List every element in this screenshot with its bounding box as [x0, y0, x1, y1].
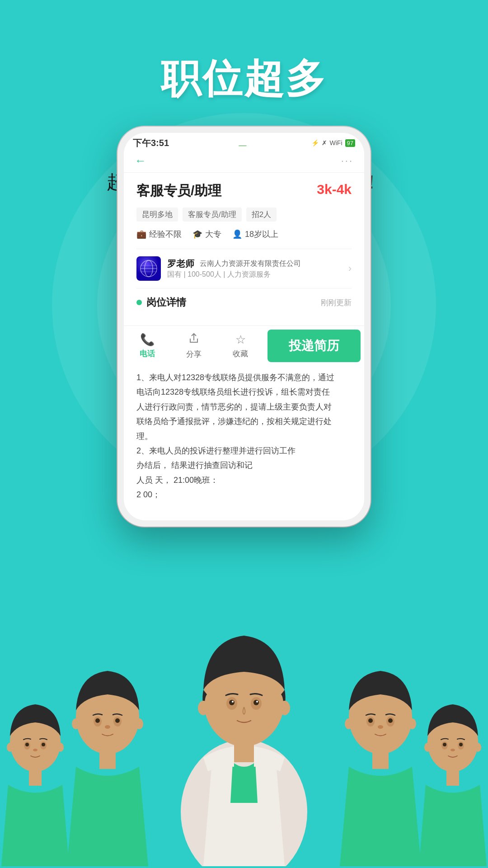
- action-bar: 📞 电话 分享 ☆ 收藏: [124, 326, 364, 366]
- job-title: 客服专员/助理: [136, 182, 221, 200]
- favorite-label: 收藏: [233, 349, 248, 359]
- svg-point-29: [368, 718, 373, 723]
- svg-point-31: [378, 725, 383, 729]
- app-nav-bar: ← ···: [124, 149, 364, 173]
- company-info-row[interactable]: 罗老师 云南人力资源开发有限责任公司 国有 | 100-500人 | 人力资源服…: [136, 249, 352, 288]
- share-icon: [188, 332, 200, 347]
- star-icon: ☆: [235, 333, 246, 347]
- svg-rect-25: [99, 751, 116, 769]
- job-salary: 3k-4k: [317, 182, 352, 197]
- main-title: 职位超多: [0, 52, 488, 106]
- job-description: 1、来电人对12328专线联络员提供服务不满意的，通过 电话向12328专线联络…: [124, 366, 364, 507]
- position-label: 岗位详情: [136, 296, 186, 309]
- recruiter-avatar: [136, 256, 161, 281]
- svg-rect-34: [372, 751, 389, 769]
- tag-location: 昆明多地: [136, 208, 178, 222]
- company-left: 罗老师 云南人力资源开发有限责任公司 国有 | 100-500人 | 人力资源服…: [136, 256, 301, 281]
- company-name: 云南人力资源开发有限责任公司: [200, 259, 301, 269]
- submit-resume-button[interactable]: 投递简历: [267, 330, 361, 362]
- svg-rect-16: [234, 740, 254, 762]
- job-requirements: 💼 经验不限 🎓 大专 👤 18岁以上: [136, 229, 352, 240]
- tag-headcount: 招2人: [246, 208, 277, 222]
- svg-point-33: [408, 718, 416, 729]
- svg-point-30: [388, 718, 393, 723]
- person-left1: [49, 595, 166, 868]
- update-time: 刚刚更新: [321, 297, 352, 308]
- phone-notch: [208, 133, 280, 146]
- status-time: 下午3:51: [133, 137, 169, 149]
- more-button[interactable]: ···: [341, 155, 353, 167]
- svg-point-47: [443, 743, 446, 746]
- phone-mockup: 下午3:51 ↓ ··· ⚡ ✗ WiFi 97: [117, 127, 371, 527]
- person-center: [158, 541, 330, 868]
- tag-position: 客服专员/助理: [183, 208, 242, 222]
- share-label: 分享: [186, 349, 202, 359]
- company-details: 罗老师 云南人力资源开发有限责任公司 国有 | 100-500人 | 人力资源服…: [167, 258, 301, 279]
- job-tags: 昆明多地 客服专员/助理 招2人: [136, 208, 352, 222]
- svg-point-21: [115, 718, 120, 723]
- svg-point-32: [345, 718, 353, 729]
- battery-indicator: 97: [345, 139, 355, 147]
- green-dot-icon: [136, 300, 142, 305]
- svg-point-38: [25, 743, 29, 746]
- phone-label: 电话: [140, 349, 155, 359]
- svg-point-15: [279, 701, 290, 715]
- phone-button[interactable]: 📞 电话: [124, 326, 170, 366]
- svg-rect-43: [29, 769, 42, 786]
- svg-rect-52: [446, 769, 459, 786]
- svg-point-51: [475, 743, 481, 752]
- recruiter-name: 罗老师: [167, 258, 194, 270]
- svg-point-14: [198, 701, 209, 715]
- svg-point-10: [229, 700, 235, 705]
- req-education: 🎓 大专: [192, 229, 221, 240]
- svg-point-22: [105, 725, 110, 729]
- position-section: 岗位详情 刚刚更新: [136, 288, 352, 316]
- svg-point-41: [7, 743, 13, 752]
- svg-point-12: [232, 701, 234, 703]
- phone-icon: 📞: [140, 333, 155, 347]
- people-section: [0, 506, 488, 868]
- phone-fade-overlay: [124, 507, 364, 520]
- back-button[interactable]: ←: [135, 154, 146, 168]
- svg-point-48: [459, 743, 463, 746]
- favorite-button[interactable]: ☆ 收藏: [217, 326, 263, 366]
- svg-point-23: [72, 718, 80, 729]
- arrow-right-icon: ›: [348, 263, 352, 274]
- job-header: 客服专员/助理 3k-4k: [136, 182, 352, 200]
- svg-point-49: [450, 749, 455, 751]
- company-meta: 国有 | 100-500人 | 人力资源服务: [167, 270, 301, 279]
- svg-point-11: [253, 700, 259, 705]
- svg-point-20: [95, 718, 100, 723]
- req-experience: 💼 经验不限: [136, 229, 182, 240]
- share-button[interactable]: 分享: [170, 326, 217, 366]
- svg-point-13: [256, 701, 258, 703]
- person-right1: [322, 595, 439, 868]
- svg-point-24: [135, 718, 143, 729]
- status-icons: ⚡ ✗ WiFi 97: [311, 139, 355, 147]
- req-age: 👤 18岁以上: [232, 229, 278, 240]
- job-detail-content: 客服专员/助理 3k-4k 昆明多地 客服专员/助理 招2人 💼 经验不限: [124, 173, 364, 326]
- svg-point-39: [42, 743, 45, 746]
- svg-point-40: [33, 749, 38, 751]
